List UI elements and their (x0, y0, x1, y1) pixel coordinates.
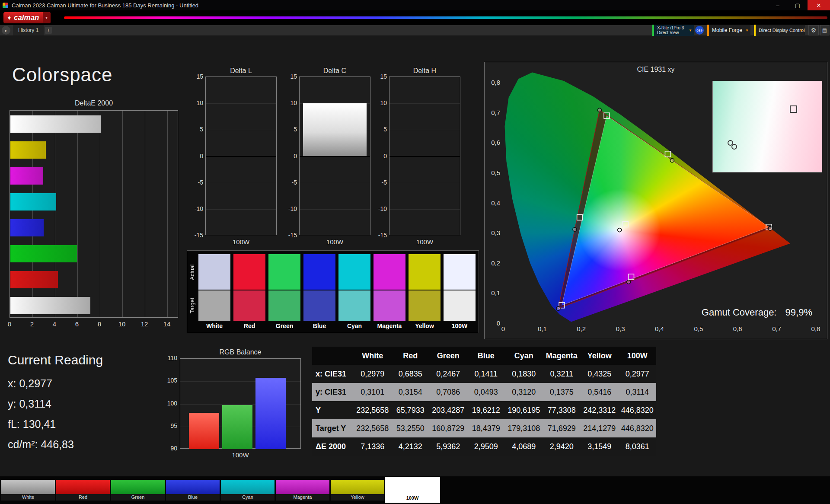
gamut-coverage-label: Gamut Coverage: (702, 307, 777, 318)
pattern-swatch (331, 480, 384, 494)
deltae-bar-yellow (10, 141, 46, 159)
cie-chart-title: CIE 1931 xy (485, 66, 827, 73)
pattern-label: 100W (386, 494, 439, 502)
pattern-button-red[interactable]: Red (56, 480, 110, 501)
cell-value: 4,2132 (392, 437, 430, 456)
display-control-label: Direct Display Control (759, 28, 805, 33)
cell-value: 0,3101 (354, 383, 392, 401)
axis-tick-label: 0 (284, 153, 297, 159)
chevron-down-icon: ▼ (689, 28, 692, 33)
axis-tick-label: 100 (159, 400, 177, 407)
pattern-button-green[interactable]: Green (111, 480, 165, 501)
column-header: Yellow (581, 347, 619, 365)
rgb-bar-blue (255, 378, 286, 449)
chevron-down-icon: ▼ (800, 29, 803, 32)
pattern-button-cyan[interactable]: Cyan (221, 480, 275, 501)
axis-tick-label: 10 (190, 99, 203, 106)
axis-tick-label: 15 (190, 73, 203, 80)
minimize-button[interactable]: – (768, 0, 788, 10)
x-axis-label: 100W (205, 238, 277, 246)
axis-tick-label: -15 (374, 232, 387, 239)
table-row-target-y: Target Y232,565853,2550160,872918,437917… (312, 419, 656, 437)
deltae-chart-plot (10, 110, 178, 318)
gridline (389, 209, 460, 210)
gridline (145, 111, 145, 317)
cell-value: 2,9420 (543, 437, 581, 456)
gridline (122, 111, 123, 317)
pattern-swatch (166, 480, 220, 494)
chevron-down-icon[interactable]: ▾ (43, 12, 51, 23)
chart-title: Delta H (389, 67, 460, 75)
deltae-bar-red (10, 271, 58, 288)
pattern-label: Cyan (221, 494, 275, 501)
y-axis: 151050-5-10-15 (190, 77, 203, 235)
cell-value: 2,9509 (467, 437, 505, 456)
tab-history-1[interactable]: History 1 (13, 25, 44, 35)
gridline (389, 130, 460, 130)
axis-tick-label: -10 (374, 205, 387, 212)
cell-value: 53,2550 (392, 419, 430, 437)
pattern-button-magenta[interactable]: Magenta (276, 480, 329, 501)
cell-value: 190,6195 (505, 401, 543, 419)
cell-value: 0,4325 (581, 365, 619, 383)
add-tab-button[interactable]: + (45, 27, 52, 34)
axis-tick-label: -15 (190, 232, 203, 239)
swatch-label: Blue (301, 322, 338, 329)
axis-tick-label: 0,7 (485, 109, 500, 116)
axis-tick-label: 0 (190, 153, 203, 159)
rgb-bar-green (222, 405, 252, 449)
gamut-coverage: Gamut Coverage: 99,9% (683, 307, 812, 318)
swatch-label: Red (231, 322, 268, 329)
gridline (206, 103, 276, 104)
title-bar: Calman 2023 Calman Ultimate for Business… (0, 0, 830, 10)
pattern-button-white[interactable]: White (1, 480, 55, 501)
rgb-balance-title: RGB Balance (180, 348, 301, 356)
actual-swatch (444, 254, 476, 290)
axis-tick-label: -5 (284, 179, 297, 186)
cell-value: 77,3308 (543, 401, 581, 419)
display-control-dropdown[interactable]: Direct Display Control ▼ (754, 25, 805, 36)
gear-icon[interactable]: ⚙ (808, 25, 819, 35)
target-swatch (338, 290, 370, 321)
calman-logo-menu[interactable]: ✦ calman ▾ (3, 12, 51, 23)
pattern-button-100w[interactable]: 100W (386, 478, 439, 502)
meter-select-dropdown[interactable]: X-Rite i1Pro 3 Direct View ▼ (652, 25, 694, 36)
reading-cdm2: cd/m²: 446,83 (8, 434, 103, 455)
cell-value: 203,4287 (429, 401, 467, 419)
pattern-label: Blue (166, 494, 220, 501)
menu-icon[interactable]: ▤ (820, 25, 829, 35)
gridline (206, 183, 276, 183)
target-swatch (374, 290, 405, 321)
close-button[interactable]: ✕ (808, 0, 830, 10)
column-header: Blue (467, 347, 505, 365)
gridline (77, 111, 78, 317)
plot-area (299, 77, 370, 235)
deltae-bar-100w (10, 115, 101, 133)
rgb-x-axis-label: 100W (180, 451, 301, 459)
axis-tick-label: -5 (374, 179, 387, 186)
axis-tick-label: 12 (138, 320, 151, 328)
plot-area (389, 77, 460, 235)
delta-h-chart: Delta H 151050-5-10-15 100W (374, 67, 462, 249)
deltae-chart-title: DeltaE 2000 (10, 99, 178, 107)
swatch-label: Green (266, 322, 303, 329)
axis-tick-label: 0,8 (485, 79, 500, 86)
deltae-bar-white (10, 297, 90, 314)
axis-tick-label: 90 (159, 445, 177, 452)
cell-value: 0,7086 (429, 383, 467, 401)
maximize-button[interactable]: ▢ (788, 0, 808, 10)
pattern-button-yellow[interactable]: Yellow (331, 480, 384, 501)
calman-logo-text: calman (14, 13, 39, 22)
row-label: Target Y (312, 419, 354, 437)
pattern-button-blue[interactable]: Blue (166, 480, 220, 501)
axis-tick-label: 0,1 (485, 289, 500, 297)
actual-swatch (268, 254, 300, 290)
target-swatch (303, 290, 335, 321)
axis-tick-label: 0,5 (689, 325, 708, 332)
history-panel-toggle[interactable]: ▸ (2, 26, 10, 35)
axis-tick-label: 14 (160, 320, 173, 328)
pattern-source-dropdown[interactable]: Mobile Forge ▼ (707, 25, 750, 36)
rgb-y-axis: 1101051009590 (159, 358, 177, 449)
actual-swatch (374, 254, 405, 290)
gamut-coverage-value: 99,9% (785, 307, 812, 318)
